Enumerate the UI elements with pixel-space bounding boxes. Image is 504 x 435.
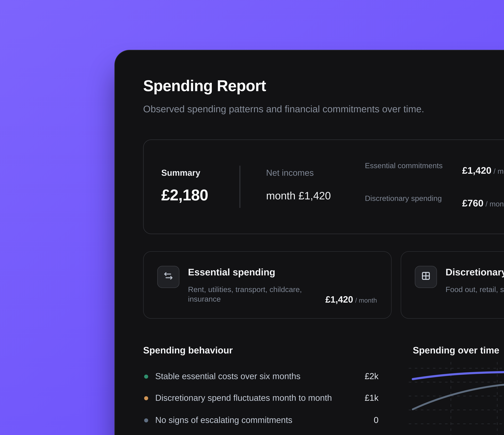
list-item: No signs of escalating commitments 0 xyxy=(143,414,378,426)
essential-commitments-suffix: / month xyxy=(494,167,504,175)
discretionary-spending-value: £760/ month xyxy=(462,198,504,209)
essential-line xyxy=(413,372,504,379)
essential-commitments-label: Essential commitments xyxy=(365,161,450,171)
swap-arrows-icon xyxy=(163,270,174,283)
card-description: Rent, utilities, transport, childcare, i… xyxy=(188,285,319,304)
list-item: Discretionary spend fluctuates month to … xyxy=(143,392,378,404)
summary-total: £2,180 xyxy=(161,186,208,204)
discretionary-spending-amount: £760 xyxy=(462,198,483,209)
bullet-dot-icon xyxy=(144,396,149,401)
discretionary-spending-label: Discretionary spending xyxy=(365,193,450,203)
icon-tile xyxy=(415,266,437,288)
card-amount-value: £1,420 xyxy=(325,295,353,304)
card-amount-suffix: / month xyxy=(355,296,377,304)
spending-over-time-chart xyxy=(409,353,504,435)
list-item-text: Stable essential costs over six months xyxy=(155,372,365,382)
list-item-text: No signs of escalating commitments xyxy=(155,415,374,426)
card-title: Discretionary spending xyxy=(446,267,504,278)
page-subtitle: Observed spending patterns and financial… xyxy=(143,104,424,115)
line-chart-canvas xyxy=(409,353,504,435)
summary-panel: Summary £2,180 Net incomes month £1,420 … xyxy=(143,139,504,234)
list-item-value: £2k xyxy=(365,372,378,382)
icon-tile xyxy=(157,266,180,288)
essential-commitments-value: £1,420/ month xyxy=(462,165,504,176)
net-incomes-label: Net incomes xyxy=(266,168,314,178)
essential-commitments-amount: £1,420 xyxy=(462,165,492,176)
card-description: Food out, retail, subscriptions, leisure xyxy=(446,285,504,294)
list-item-text: Discretionary spend fluctuates month to … xyxy=(155,393,365,403)
purple-desktop-background: Spending Report Observed spending patter… xyxy=(0,0,504,435)
list-item: Stable essential costs over six months £… xyxy=(143,371,378,383)
behaviour-section-title: Spending behaviour xyxy=(143,345,233,356)
bullet-dot-icon xyxy=(144,418,149,423)
bullet-dot-icon xyxy=(144,374,149,379)
summary-divider xyxy=(239,166,240,208)
spending-report-card: Spending Report Observed spending patter… xyxy=(114,50,504,435)
card-amount: £1,420/ month xyxy=(325,295,377,305)
grid-icon xyxy=(420,270,432,283)
card-title: Essential spending xyxy=(188,267,275,278)
list-item-value: £1k xyxy=(365,393,378,403)
page-title: Spending Report xyxy=(143,77,266,95)
summary-label: Summary xyxy=(161,168,200,178)
net-incomes-value: month £1,420 xyxy=(266,190,331,202)
list-item-value: 0 xyxy=(374,415,378,426)
discretionary-spending-suffix: / month xyxy=(486,200,504,208)
essential-spending-card: Essential spending Rent, utilities, tran… xyxy=(143,251,392,319)
discretionary-spending-card: Discretionary spending Food out, retail,… xyxy=(401,251,504,319)
